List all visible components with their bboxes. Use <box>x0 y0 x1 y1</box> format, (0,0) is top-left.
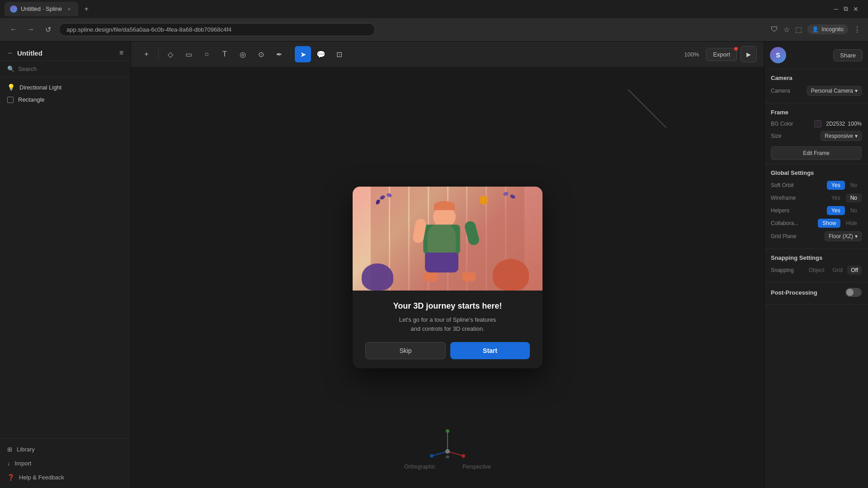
soft-orbit-label: Soft Orbit <box>771 182 794 188</box>
bg-color-swatch[interactable] <box>814 120 821 127</box>
welcome-modal: Your 3D journey starts here! Let's go fo… <box>353 187 542 368</box>
collaborators-label: Collabora... <box>771 220 798 226</box>
wireframe-yes-button[interactable]: Yes <box>827 193 845 202</box>
bookmark-icon[interactable]: ☆ <box>783 25 790 34</box>
start-button[interactable]: Start <box>450 342 530 359</box>
collab-show-button[interactable]: Show <box>818 219 840 228</box>
collab-hide-button[interactable]: Hide <box>841 219 862 228</box>
camera-section-title: Camera <box>771 75 862 81</box>
camera-dropdown[interactable]: Personal Camera ▾ <box>807 86 862 96</box>
snap-object-button[interactable]: Object <box>805 266 828 275</box>
sphere-tool-button[interactable]: ◎ <box>235 46 251 62</box>
snap-grid-button[interactable]: Grid <box>829 266 847 275</box>
avatar[interactable]: S <box>770 47 786 63</box>
tab-favicon <box>10 5 17 13</box>
close-window-button[interactable]: ✕ <box>853 6 859 12</box>
nav-back-button[interactable]: ← <box>7 23 20 36</box>
size-dropdown[interactable]: Responsive ▾ <box>821 131 862 141</box>
comment-tool-button[interactable]: 💬 <box>313 46 329 62</box>
select-multi-tool-button[interactable]: ◇ <box>162 46 179 62</box>
camera-label: Camera <box>771 88 790 94</box>
rect-icon <box>7 97 14 103</box>
helpers-yes-button[interactable]: Yes <box>827 206 845 215</box>
wireframe-label: Wireframe <box>771 195 796 201</box>
import-icon: ↓ <box>7 460 10 467</box>
modal-title: Your 3D journey starts here! <box>365 301 530 311</box>
export-button[interactable]: Export <box>706 48 737 61</box>
bg-color-hex: 2D2532 <box>826 121 845 127</box>
incognito-label: Incognito <box>821 26 844 33</box>
light-icon: 💡 <box>7 84 15 91</box>
post-processing-toggle[interactable] <box>845 288 862 297</box>
snap-off-button[interactable]: Off <box>847 266 862 275</box>
incognito-badge: 👤 Incognito <box>807 24 848 34</box>
grid-chevron-icon: ▾ <box>855 233 858 239</box>
back-button[interactable]: ← <box>7 49 14 56</box>
help-icon: ❓ <box>7 474 14 481</box>
nav-refresh-button[interactable]: ↺ <box>42 23 54 36</box>
skip-button[interactable]: Skip <box>365 342 446 359</box>
browser-chrome: Untitled · Spline × + ─ ⧉ ✕ ← → ↺ app.sp… <box>0 0 868 42</box>
snapping-label: Snapping <box>771 267 794 273</box>
browser-menu-icon[interactable]: ⋮ <box>854 25 861 34</box>
scene-item-rectangle[interactable]: Rectangle <box>0 94 131 106</box>
rect-tool-button[interactable]: ▭ <box>180 46 197 62</box>
left-sidebar: ← Untitled ≡ 🔍 💡 Directional Light Recta… <box>0 42 131 488</box>
chevron-down-icon: ▾ <box>855 88 858 94</box>
camera-value: Personal Camera <box>811 88 853 94</box>
library-button[interactable]: ⊞ Library <box>0 442 131 456</box>
play-button[interactable]: ▶ <box>741 46 757 62</box>
soft-orbit-yes-button[interactable]: Yes <box>827 181 845 190</box>
tab-title: Untitled · Spline <box>21 5 62 12</box>
helpers-label: Helpers <box>771 207 789 214</box>
maximize-button[interactable]: ⧉ <box>843 6 849 12</box>
tab-close-button[interactable]: × <box>66 5 73 13</box>
separator-2 <box>291 49 291 60</box>
extension-icon[interactable]: 🛡 <box>771 25 778 33</box>
grid-plane-dropdown[interactable]: Floor (XZ) ▾ <box>825 231 862 241</box>
add-tool-button[interactable]: + <box>138 46 155 62</box>
helpers-no-button[interactable]: No <box>846 206 862 215</box>
help-feedback-button[interactable]: ❓ Help & Feedback <box>0 470 131 484</box>
main-canvas[interactable]: + ◇ ▭ ○ T ◎ ⊙ ✒ ➤ 💬 ⊡ 100% Export <box>131 42 764 488</box>
grid-plane-label: Grid Plane <box>771 233 797 239</box>
new-tab-button[interactable]: + <box>80 3 93 15</box>
import-label: Import <box>15 460 32 467</box>
post-processing-label: Post-Processing <box>771 289 817 296</box>
soft-orbit-no-button[interactable]: No <box>846 181 862 190</box>
wireframe-no-button[interactable]: No <box>846 193 862 202</box>
circle-tool-button[interactable]: ○ <box>198 46 215 62</box>
right-sidebar: S Share Camera Camera Personal Camera ▾ … <box>764 42 868 488</box>
bg-color-label: BG Color <box>771 121 793 127</box>
pointer-tool-button[interactable]: ➤ <box>295 46 311 62</box>
size-label: Size <box>771 133 781 139</box>
pen-tool-button[interactable]: ✒ <box>271 46 287 62</box>
minimize-button[interactable]: ─ <box>833 6 839 12</box>
text-tool-button[interactable]: T <box>217 46 233 62</box>
separator-1 <box>158 49 159 60</box>
url-bar[interactable]: app.spline.design/file/da56a0aa-6c0b-4fe… <box>59 23 375 36</box>
crop-tool-button[interactable]: ⊡ <box>331 46 347 62</box>
share-button[interactable]: Share <box>833 49 863 61</box>
blob-tool-button[interactable]: ⊙ <box>253 46 269 62</box>
search-input[interactable] <box>18 66 123 72</box>
bg-color-opacity: 100% <box>848 121 862 127</box>
scene-item-directional-light[interactable]: 💡 Directional Light <box>0 81 131 94</box>
menu-button[interactable]: ≡ <box>119 49 123 57</box>
import-button[interactable]: ↓ Import <box>0 456 131 470</box>
nav-forward-button[interactable]: → <box>24 23 37 36</box>
scene-item-label: Rectangle <box>18 96 45 103</box>
library-label: Library <box>17 446 35 453</box>
size-value: Responsive <box>825 133 853 139</box>
scene-item-label: Directional Light <box>19 84 61 91</box>
grid-plane-value: Floor (XZ) <box>829 233 853 239</box>
modal-description: Let's go for a tour of Spline's features… <box>365 315 530 333</box>
sidebar-icon[interactable]: ⬚ <box>795 25 802 34</box>
browser-tab[interactable]: Untitled · Spline × <box>5 2 78 16</box>
global-settings-title: Global Settings <box>771 169 862 176</box>
search-icon: 🔍 <box>7 66 14 72</box>
zoom-level: 100% <box>680 51 703 58</box>
frame-section-title: Frame <box>771 109 862 116</box>
url-text: app.spline.design/file/da56a0aa-6c0b-4fe… <box>66 26 231 33</box>
edit-frame-button[interactable]: Edit Frame <box>771 146 862 160</box>
